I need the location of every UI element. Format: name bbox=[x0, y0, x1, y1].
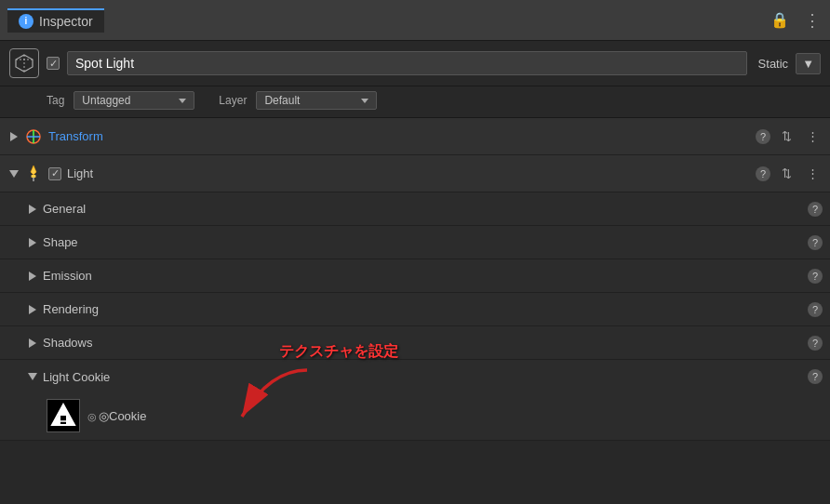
shadows-triangle bbox=[29, 338, 36, 348]
shape-subsection[interactable]: Shape ? bbox=[0, 226, 830, 259]
emission-triangle bbox=[29, 272, 36, 281]
triangle-down-icon bbox=[9, 170, 19, 178]
light-section[interactable]: Light ? ⇅ ⋮ bbox=[0, 155, 830, 192]
emission-expand bbox=[26, 270, 39, 283]
layer-value: Default bbox=[264, 94, 300, 107]
rendering-help-icon[interactable]: ? bbox=[808, 302, 823, 317]
inspector-tab[interactable]: i Inspector bbox=[7, 8, 104, 33]
transform-svg bbox=[25, 128, 42, 145]
shadows-title: Shadows bbox=[43, 336, 808, 350]
object-type-icon bbox=[9, 48, 39, 78]
tag-label: Tag bbox=[47, 94, 64, 107]
static-label: Static bbox=[758, 57, 789, 71]
rendering-expand bbox=[26, 303, 39, 316]
unity-logo-svg bbox=[48, 401, 78, 431]
layer-label: Layer bbox=[219, 94, 247, 107]
object-enabled-checkbox[interactable] bbox=[47, 57, 60, 70]
shadows-expand bbox=[26, 337, 39, 350]
static-dropdown[interactable]: ▼ bbox=[796, 53, 821, 74]
transform-help-icon[interactable]: ? bbox=[756, 129, 770, 144]
tag-layer-row: Tag Untagged Layer Default bbox=[0, 86, 830, 118]
rendering-title: Rendering bbox=[43, 302, 808, 316]
tag-arrow bbox=[179, 99, 186, 103]
menu-icon[interactable]: ⋮ bbox=[802, 8, 823, 33]
cookie-label: ◎◎Cookie bbox=[87, 409, 146, 423]
light-enabled-checkbox[interactable] bbox=[48, 167, 61, 180]
general-help-icon[interactable]: ? bbox=[808, 202, 823, 217]
static-dropdown-arrow: ▼ bbox=[802, 57, 814, 71]
emission-help-icon[interactable]: ? bbox=[808, 269, 823, 284]
svg-rect-7 bbox=[32, 175, 36, 178]
light-cookie-triangle bbox=[28, 373, 37, 380]
light-menu-icon[interactable]: ⋮ bbox=[803, 165, 823, 182]
light-cookie-help-icon[interactable]: ? bbox=[808, 369, 823, 384]
transform-title: Transform bbox=[48, 129, 756, 143]
title-bar-left: i Inspector bbox=[7, 8, 104, 33]
transform-expand bbox=[7, 130, 20, 143]
light-cookie-section: Light Cookie ? ◎◎C bbox=[0, 360, 830, 441]
general-expand bbox=[26, 203, 39, 216]
shape-help-icon[interactable]: ? bbox=[808, 235, 823, 250]
tag-dropdown[interactable]: Untagged bbox=[74, 91, 194, 110]
light-cookie-title: Light Cookie bbox=[43, 370, 808, 384]
cookie-text: ◎Cookie bbox=[99, 409, 146, 423]
title-bar-right: 🔒 ⋮ bbox=[769, 8, 823, 33]
light-icon bbox=[24, 165, 43, 183]
transform-section[interactable]: Transform ? ⇅ ⋮ bbox=[0, 118, 830, 155]
inspector-panel: i Inspector 🔒 ⋮ Static ▼ Tag Untag bbox=[0, 0, 830, 504]
svg-marker-6 bbox=[31, 166, 36, 175]
shape-title: Shape bbox=[43, 235, 808, 249]
inspector-icon: i bbox=[19, 14, 33, 29]
tag-value: Untagged bbox=[82, 94, 130, 107]
emission-subsection[interactable]: Emission ? bbox=[0, 259, 830, 293]
layer-arrow bbox=[361, 99, 368, 103]
object-header: Static ▼ bbox=[0, 41, 830, 86]
light-settings-icon[interactable]: ⇅ bbox=[778, 165, 796, 182]
shape-triangle bbox=[29, 238, 36, 247]
shadows-help-icon[interactable]: ? bbox=[808, 336, 823, 351]
light-help-icon[interactable]: ? bbox=[756, 166, 770, 181]
rendering-triangle bbox=[29, 305, 36, 314]
transform-menu-icon[interactable]: ⋮ bbox=[803, 127, 823, 145]
emission-title: Emission bbox=[43, 269, 808, 283]
rendering-subsection[interactable]: Rendering ? bbox=[0, 293, 830, 326]
general-triangle bbox=[29, 205, 36, 214]
transform-settings-icon[interactable]: ⇅ bbox=[778, 127, 796, 145]
lock-icon[interactable]: 🔒 bbox=[769, 9, 791, 31]
light-title: Light bbox=[67, 166, 756, 180]
shape-expand bbox=[26, 236, 39, 249]
light-expand bbox=[7, 167, 20, 180]
cube-svg bbox=[14, 53, 34, 73]
general-title: General bbox=[43, 202, 808, 216]
layer-dropdown[interactable]: Default bbox=[256, 91, 377, 110]
title-bar: i Inspector 🔒 ⋮ bbox=[0, 0, 830, 41]
shadows-subsection[interactable]: Shadows ? bbox=[0, 326, 830, 360]
transform-icon bbox=[24, 127, 43, 146]
object-name-input[interactable] bbox=[67, 51, 747, 75]
cookie-texture-icon[interactable] bbox=[47, 399, 80, 432]
light-cookie-header[interactable]: Light Cookie ? bbox=[0, 360, 830, 393]
transform-actions: ? ⇅ ⋮ bbox=[756, 127, 823, 145]
light-svg bbox=[24, 165, 43, 183]
general-subsection[interactable]: General ? bbox=[0, 192, 830, 226]
light-actions: ? ⇅ ⋮ bbox=[756, 165, 823, 182]
light-cookie-expand bbox=[26, 370, 39, 383]
inspector-title: Inspector bbox=[39, 14, 93, 29]
cookie-row: ◎◎Cookie bbox=[0, 393, 830, 440]
triangle-right-icon bbox=[10, 132, 18, 141]
